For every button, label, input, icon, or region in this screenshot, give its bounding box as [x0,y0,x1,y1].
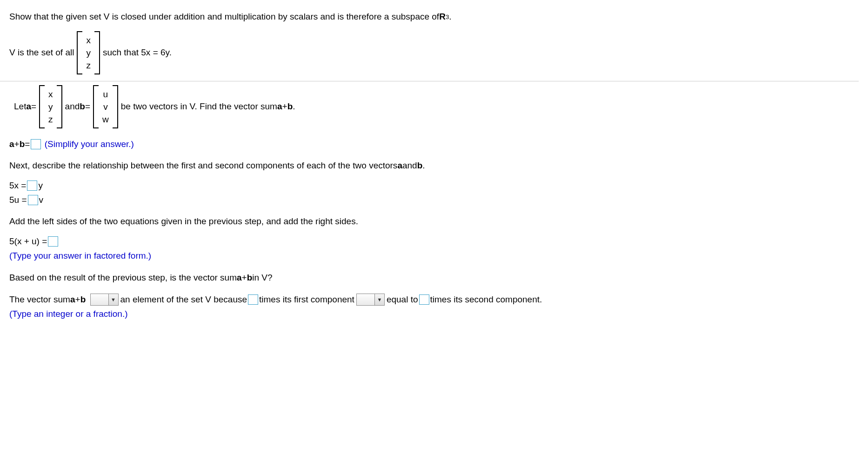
rel-period: . [422,160,425,172]
vec-entry: x [47,88,54,100]
final-mid1: an element of the set V because [120,294,247,306]
let-b: b [80,101,85,113]
based-plus: + [242,272,247,284]
final-mid2: times its first component [259,294,354,306]
chevron-down-icon: ▼ [108,294,118,305]
rel-and: and [402,160,417,172]
eq1-rhs: y [38,180,43,192]
final-plus: + [75,294,80,306]
based-b: b [247,272,253,284]
v-def-post: such that 5x = 6y. [103,47,172,59]
eq1-lhs: 5x = [9,180,26,192]
eq2-lhs: 5u = [9,194,27,206]
bracket-right-icon [94,31,100,74]
eq2-rhs: v [39,194,44,206]
factored-input[interactable] [48,236,58,247]
sum-eq: = [25,139,30,150]
eq1-coef-input[interactable] [27,181,37,191]
let-pre: Let [14,101,26,113]
bracket-left-icon [93,85,99,128]
eq-5u-row: 5u = v [9,194,859,206]
factored-hint: (Type your answer in factored form.) [9,250,151,262]
vec-entry: y [47,100,54,113]
sum-b: b [20,139,25,150]
let-period: . [293,101,295,113]
dropdown-value [91,294,108,305]
let-a: a [26,101,31,113]
final-mid3: equal to [387,294,418,306]
factored-row: 5(x + u) = [9,236,859,247]
bracket-left-icon [77,31,82,74]
relationship-text: Next, describe the relationship between … [9,160,859,172]
factored-hint-row: (Type your answer in factored form.) [9,250,859,262]
eq2-coef-input[interactable] [28,195,38,205]
problem-period: . [449,11,451,23]
problem-text: Show that the given set V is closed unde… [9,11,439,23]
bracket-right-icon [113,85,118,128]
rel-a: a [397,160,402,172]
vector-b: u v w [93,85,118,128]
final-sentence: The vector sum a + b ▼ an element of the… [9,294,859,306]
based-pre: Based on the result of the previous step… [9,272,237,284]
let-expr-b: b [287,101,293,113]
let-eq2: = [85,101,90,113]
let-expr-a: a [277,101,282,113]
final-pre: The vector sum [9,294,70,306]
vector-a: x y z [39,85,62,128]
vec-entry: z [85,59,92,72]
rel-b: b [417,160,423,172]
space-symbol: R [439,11,446,23]
add-text: Add the left sides of the two equations … [9,216,358,227]
v-definition: V is the set of all x y z such that 5x =… [9,31,859,74]
final-mid4: times its second component. [430,294,542,306]
final-hint: (Type an integer or a fraction.) [9,308,128,320]
is-isnot-equal-dropdown[interactable]: ▼ [356,294,385,306]
vec-entry: v [102,100,109,113]
vec-entry: u [102,88,109,100]
vector-entries: x y z [45,85,57,128]
sum-plus: + [14,139,20,150]
sum-hint: (Simplify your answer.) [45,139,134,150]
vec-entry: z [47,113,54,126]
final-hint-row: (Type an integer or a fraction.) [9,308,859,320]
final-a: a [70,294,75,306]
bracket-right-icon [57,85,62,128]
sum-answer-input[interactable] [31,139,41,149]
space-exp: 3 [446,13,449,21]
vector-entries: u v w [99,85,113,128]
problem-statement: Show that the given set V is closed unde… [9,11,859,23]
based-post: in V? [252,272,272,284]
sum-row: a + b = (Simplify your answer.) [9,139,859,150]
vector-entries: x y z [82,31,94,74]
let-ab-row: Let a = x y z and b = u v w be two vecto… [14,85,859,128]
chevron-down-icon: ▼ [374,294,384,305]
let-post-pre: be two vectors in V. Find the vector sum [121,101,277,113]
rel-pre: Next, describe the relationship between … [9,160,397,172]
vector-xyz: x y z [77,31,100,74]
vec-entry: y [85,47,92,59]
second-component-coef-input[interactable] [419,294,429,305]
is-isnot-dropdown[interactable]: ▼ [90,294,119,306]
v-def-pre: V is the set of all [9,47,74,59]
first-component-coef-input[interactable] [248,294,258,305]
final-b: b [80,294,86,306]
dropdown-value [357,294,374,305]
based-a: a [237,272,242,284]
bracket-left-icon [39,85,45,128]
factored-lhs: 5(x + u) = [9,236,47,247]
based-row: Based on the result of the previous step… [9,272,859,284]
let-mid: and [65,101,80,113]
sum-a: a [9,139,14,150]
vec-entry: w [101,113,110,126]
let-eq1: = [31,101,36,113]
add-sides-text: Add the left sides of the two equations … [9,216,859,227]
eq-5x-row: 5x = y [9,180,859,192]
let-plus: + [282,101,287,113]
vec-entry: x [85,34,92,47]
